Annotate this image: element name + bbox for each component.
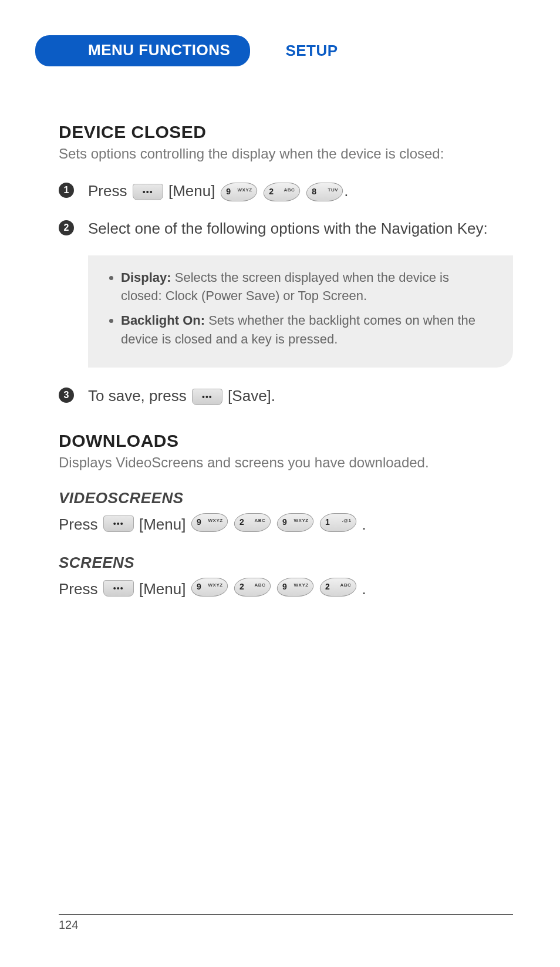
numkey-icon: 8TUV xyxy=(305,183,345,201)
videoscreens-menu-label: [Menu] xyxy=(139,515,186,533)
section-desc-downloads: Displays VideoScreens and screens you ha… xyxy=(59,453,513,471)
page-number: 124 xyxy=(59,918,78,931)
videoscreens-press: Press xyxy=(59,515,97,533)
numkey-icon: 9WXYZ xyxy=(219,183,259,201)
step-1: 1 Press [Menu] 9WXYZ 2ABC 8TUV. xyxy=(59,180,513,203)
numkey-icon: 2ABC xyxy=(319,578,359,597)
softkey-icon xyxy=(103,515,134,532)
numkey-icon: 9WXYZ xyxy=(275,578,315,597)
step-number-icon: 3 xyxy=(59,388,74,403)
numkey-icon: 9WXYZ xyxy=(275,513,315,532)
numkey-icon: 2ABC xyxy=(262,183,302,201)
step-1-press: Press xyxy=(88,182,127,200)
step-1-menu-label: [Menu] xyxy=(168,182,215,200)
section-title-downloads: DOWNLOADS xyxy=(59,431,513,451)
step-1-body: Press [Menu] 9WXYZ 2ABC 8TUV. xyxy=(88,180,348,203)
softkey-icon xyxy=(133,184,163,200)
step-2: 2 Select one of the following options wi… xyxy=(59,218,513,240)
numkey-icon: 9WXYZ xyxy=(190,513,230,532)
screens-line: Press [Menu] 9WXYZ 2ABC 9WXYZ 2ABC . xyxy=(59,578,513,601)
softkey-icon xyxy=(103,580,134,597)
numkey-icon: 2ABC xyxy=(232,513,272,532)
step-number-icon: 2 xyxy=(59,220,74,235)
videoscreens-line: Press [Menu] 9WXYZ 2ABC 9WXYZ 1.@1 . xyxy=(59,513,513,536)
subsection-title-videoscreens: VIDEOSCREENS xyxy=(59,489,513,507)
numkey-icon: 2ABC xyxy=(232,578,272,597)
step-3-save-label: [Save]. xyxy=(228,387,275,405)
screens-period: . xyxy=(362,580,366,598)
step-3-body: To save, press [Save]. xyxy=(88,385,275,407)
manual-page: MENU FUNCTIONS SETUP DEVICE CLOSED Sets … xyxy=(0,0,560,967)
page-header: MENU FUNCTIONS SETUP xyxy=(35,35,513,66)
option-display: Display: Selects the screen displayed wh… xyxy=(121,268,490,306)
screens-menu-label: [Menu] xyxy=(139,580,186,598)
numkey-icon: 1.@1 xyxy=(319,513,359,532)
step-3: 3 To save, press [Save]. xyxy=(59,385,513,407)
options-box: Display: Selects the screen displayed wh… xyxy=(88,255,513,368)
videoscreens-period: . xyxy=(362,515,366,533)
page-footer: 124 xyxy=(59,914,513,932)
screens-press: Press xyxy=(59,580,97,598)
option-backlight: Backlight On: Sets whether the backlight… xyxy=(121,311,490,349)
section-title-device-closed: DEVICE CLOSED xyxy=(59,122,513,142)
step-number-icon: 1 xyxy=(59,183,74,198)
softkey-icon xyxy=(192,389,222,405)
numkey-icon: 9WXYZ xyxy=(190,578,230,597)
option-backlight-label: Backlight On: xyxy=(121,313,205,328)
step-2-body: Select one of the following options with… xyxy=(88,218,488,240)
step-3-pre: To save, press xyxy=(88,387,187,405)
subsection-title-screens: SCREENS xyxy=(59,554,513,572)
section-desc-device-closed: Sets options controlling the display whe… xyxy=(59,144,513,163)
tab-menu-functions: MENU FUNCTIONS xyxy=(35,35,250,66)
tab-setup: SETUP xyxy=(285,42,338,60)
page-content: DEVICE CLOSED Sets options controlling t… xyxy=(59,122,513,601)
option-display-label: Display: xyxy=(121,270,171,285)
